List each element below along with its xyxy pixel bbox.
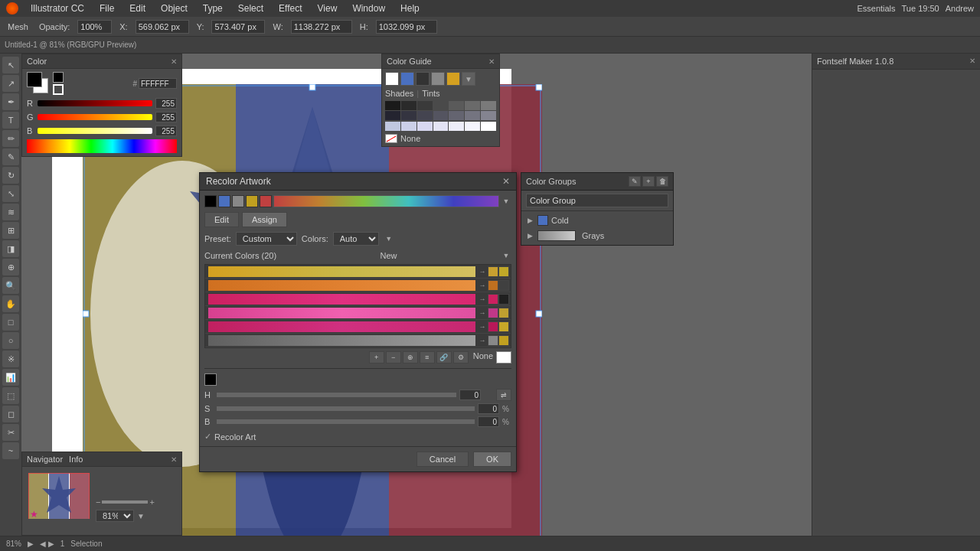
foreground-color-box[interactable] xyxy=(27,72,42,87)
dark-swatch[interactable] xyxy=(416,72,430,86)
color-row-4[interactable]: → xyxy=(205,306,511,320)
group-name-input[interactable] xyxy=(526,194,668,207)
color-strip-5[interactable] xyxy=(208,321,475,332)
new-color-4[interactable] xyxy=(488,308,498,318)
current-colors-menu[interactable]: ▼ xyxy=(501,250,511,261)
color-strip-1[interactable] xyxy=(208,266,475,277)
h-input[interactable] xyxy=(376,20,437,34)
menu-select[interactable]: Select xyxy=(235,3,266,14)
none-color-box[interactable] xyxy=(496,351,511,364)
menu-type[interactable]: Type xyxy=(200,3,226,14)
b-slider[interactable] xyxy=(217,419,475,424)
stroke-indicator[interactable] xyxy=(53,84,64,95)
tint-4[interactable] xyxy=(433,122,449,131)
color-strip-6[interactable] xyxy=(208,335,475,346)
gradient-tool[interactable]: ◨ xyxy=(2,240,19,257)
tint-3[interactable] xyxy=(417,122,433,131)
row1-arrow[interactable]: → xyxy=(477,266,488,277)
shade-6[interactable] xyxy=(465,101,480,110)
tint-2[interactable] xyxy=(401,122,416,131)
shade-4[interactable] xyxy=(433,101,449,110)
menu-illustrator[interactable]: Illustrator CC xyxy=(28,3,87,14)
opacity-input[interactable] xyxy=(77,20,112,34)
shade-7[interactable] xyxy=(481,101,496,110)
grays-expand-icon[interactable]: ▶ xyxy=(528,232,533,240)
color-row-2[interactable]: → xyxy=(205,279,511,292)
brush-tool[interactable]: ✏ xyxy=(2,130,19,147)
shade-10[interactable] xyxy=(417,111,433,120)
shade-14[interactable] xyxy=(481,111,496,120)
cold-expand-icon[interactable]: ▶ xyxy=(528,217,533,224)
g-value[interactable] xyxy=(155,112,177,122)
shade-12[interactable] xyxy=(449,111,464,120)
shade-3[interactable] xyxy=(417,101,433,110)
new-color-6[interactable] xyxy=(488,335,498,346)
menu-file[interactable]: File xyxy=(96,3,117,14)
colors-select[interactable]: Auto xyxy=(333,232,379,246)
y-input[interactable] xyxy=(211,20,265,34)
swatches-menu[interactable]: ▼ xyxy=(501,196,511,207)
gradient-swatch[interactable] xyxy=(273,195,499,207)
zoom-select[interactable]: 81% xyxy=(96,510,134,522)
new-color-1[interactable] xyxy=(488,266,498,277)
tint-7[interactable] xyxy=(481,122,496,131)
swatch-red[interactable] xyxy=(260,195,272,207)
fill-indicator[interactable] xyxy=(53,72,64,83)
shade-1[interactable] xyxy=(385,101,400,110)
nav-arrows[interactable]: ◀ ▶ xyxy=(40,540,54,548)
zoom-in-btn[interactable]: + xyxy=(149,497,154,507)
zoom-tool[interactable]: 🔍 xyxy=(2,277,19,294)
blue-swatch[interactable] xyxy=(400,72,414,86)
shade-5[interactable] xyxy=(449,101,464,110)
add-color-btn[interactable]: + xyxy=(369,351,384,364)
shade-8[interactable] xyxy=(385,111,400,120)
b-value-input[interactable] xyxy=(478,416,499,427)
w-input[interactable] xyxy=(291,20,352,34)
edit-tab[interactable]: Edit xyxy=(204,212,239,227)
cold-group-item[interactable]: ▶ Cold xyxy=(523,213,671,228)
sort-btn[interactable]: ≡ xyxy=(420,351,435,364)
menu-view[interactable]: View xyxy=(315,3,341,14)
nav-thumbnail[interactable]: ★ xyxy=(28,473,90,519)
zoom-out-btn[interactable]: − xyxy=(96,497,100,507)
edit-group-btn[interactable]: ✎ xyxy=(629,176,641,187)
h-link-btn[interactable]: ⇌ xyxy=(496,389,511,401)
add-group-btn[interactable]: + xyxy=(642,176,655,187)
swatch-gray[interactable] xyxy=(232,195,244,207)
blend-tool[interactable]: ≋ xyxy=(2,204,19,220)
gray-swatch[interactable] xyxy=(431,72,445,86)
menu-help[interactable]: Help xyxy=(397,3,423,14)
zoom-slider[interactable] xyxy=(102,500,148,504)
s-slider[interactable] xyxy=(217,406,475,411)
new-color-3[interactable] xyxy=(488,294,498,305)
color-row-5[interactable]: → xyxy=(205,320,511,334)
new-color-1b[interactable] xyxy=(498,266,509,277)
tints-label[interactable]: Tints xyxy=(422,89,439,98)
color-rows-container[interactable]: → → → → xyxy=(204,264,511,348)
cold-color-swatch[interactable] xyxy=(537,215,548,226)
rectangle-tool[interactable]: □ xyxy=(2,314,19,331)
scissors-tool[interactable]: ✂ xyxy=(2,424,19,441)
navigator-close[interactable]: ✕ xyxy=(171,455,177,464)
color-spectrum-bar[interactable] xyxy=(27,139,177,153)
new-color-6b[interactable] xyxy=(498,335,509,346)
navigator-tab[interactable]: Navigator xyxy=(27,455,63,464)
h-value-input[interactable] xyxy=(459,390,481,400)
gold-swatch[interactable] xyxy=(446,72,460,86)
b-slider[interactable] xyxy=(38,128,152,134)
fontself-close[interactable]: ✕ xyxy=(969,57,975,65)
color-strip-3[interactable] xyxy=(208,294,475,305)
fg-bg-boxes[interactable] xyxy=(27,72,48,93)
swatch-gold[interactable] xyxy=(246,195,258,207)
hex-color-input[interactable] xyxy=(139,78,177,89)
warp-tool[interactable]: ~ xyxy=(2,442,19,459)
pen-tool[interactable]: ✒ xyxy=(2,93,19,110)
r-slider[interactable] xyxy=(38,100,152,106)
info-tab[interactable]: Info xyxy=(69,455,83,464)
grays-gradient-swatch[interactable] xyxy=(537,230,576,241)
shades-label[interactable]: Shades xyxy=(385,89,413,98)
graph-tool[interactable]: 📊 xyxy=(2,369,19,386)
menu-window[interactable]: Window xyxy=(349,3,388,14)
new-color-4b[interactable] xyxy=(498,308,509,318)
row6-arrow[interactable]: → xyxy=(477,335,488,346)
